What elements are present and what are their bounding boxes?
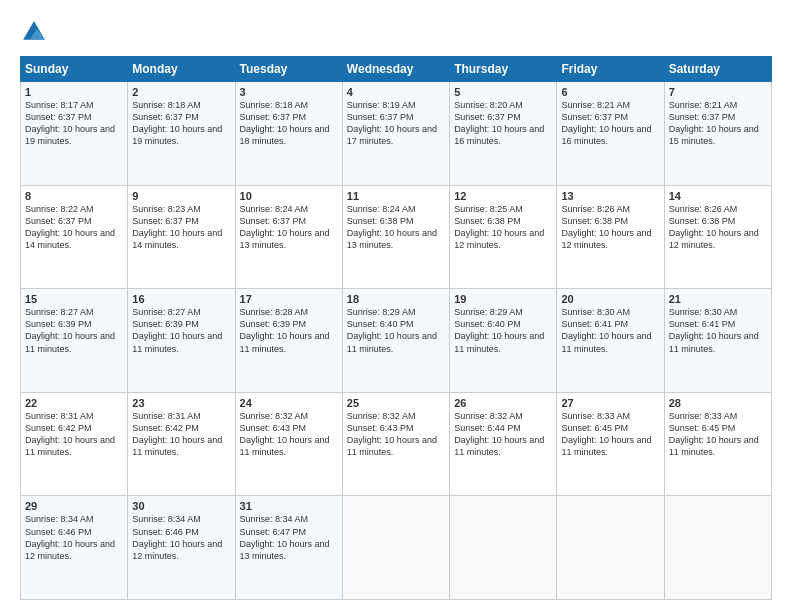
calendar-header-row: SundayMondayTuesdayWednesdayThursdayFrid…	[21, 57, 772, 82]
calendar-cell: 12Sunrise: 8:25 AMSunset: 6:38 PMDayligh…	[450, 185, 557, 289]
calendar-cell: 29Sunrise: 8:34 AMSunset: 6:46 PMDayligh…	[21, 496, 128, 600]
day-info: Sunrise: 8:30 AMSunset: 6:41 PMDaylight:…	[561, 307, 651, 353]
day-info: Sunrise: 8:34 AMSunset: 6:46 PMDaylight:…	[132, 514, 222, 560]
day-header: Thursday	[450, 57, 557, 82]
day-number: 1	[25, 86, 123, 98]
logo-icon	[20, 18, 48, 46]
day-number: 6	[561, 86, 659, 98]
day-number: 20	[561, 293, 659, 305]
calendar-cell: 18Sunrise: 8:29 AMSunset: 6:40 PMDayligh…	[342, 289, 449, 393]
day-info: Sunrise: 8:31 AMSunset: 6:42 PMDaylight:…	[25, 411, 115, 457]
day-info: Sunrise: 8:34 AMSunset: 6:47 PMDaylight:…	[240, 514, 330, 560]
day-number: 31	[240, 500, 338, 512]
day-header: Friday	[557, 57, 664, 82]
day-number: 5	[454, 86, 552, 98]
day-info: Sunrise: 8:17 AMSunset: 6:37 PMDaylight:…	[25, 100, 115, 146]
day-number: 27	[561, 397, 659, 409]
calendar-cell: 3Sunrise: 8:18 AMSunset: 6:37 PMDaylight…	[235, 82, 342, 186]
day-info: Sunrise: 8:18 AMSunset: 6:37 PMDaylight:…	[132, 100, 222, 146]
day-number: 17	[240, 293, 338, 305]
day-number: 11	[347, 190, 445, 202]
calendar-cell: 1Sunrise: 8:17 AMSunset: 6:37 PMDaylight…	[21, 82, 128, 186]
day-number: 14	[669, 190, 767, 202]
calendar-cell: 14Sunrise: 8:26 AMSunset: 6:38 PMDayligh…	[664, 185, 771, 289]
day-info: Sunrise: 8:25 AMSunset: 6:38 PMDaylight:…	[454, 204, 544, 250]
day-number: 28	[669, 397, 767, 409]
day-info: Sunrise: 8:22 AMSunset: 6:37 PMDaylight:…	[25, 204, 115, 250]
calendar-cell: 22Sunrise: 8:31 AMSunset: 6:42 PMDayligh…	[21, 392, 128, 496]
day-number: 18	[347, 293, 445, 305]
day-info: Sunrise: 8:18 AMSunset: 6:37 PMDaylight:…	[240, 100, 330, 146]
calendar-cell: 17Sunrise: 8:28 AMSunset: 6:39 PMDayligh…	[235, 289, 342, 393]
day-header: Monday	[128, 57, 235, 82]
day-number: 7	[669, 86, 767, 98]
header	[20, 18, 772, 46]
day-info: Sunrise: 8:29 AMSunset: 6:40 PMDaylight:…	[347, 307, 437, 353]
day-header: Saturday	[664, 57, 771, 82]
day-number: 8	[25, 190, 123, 202]
calendar-cell: 5Sunrise: 8:20 AMSunset: 6:37 PMDaylight…	[450, 82, 557, 186]
calendar-cell: 13Sunrise: 8:26 AMSunset: 6:38 PMDayligh…	[557, 185, 664, 289]
logo	[20, 18, 52, 46]
day-number: 26	[454, 397, 552, 409]
day-info: Sunrise: 8:21 AMSunset: 6:37 PMDaylight:…	[669, 100, 759, 146]
day-number: 25	[347, 397, 445, 409]
calendar-week-row: 8Sunrise: 8:22 AMSunset: 6:37 PMDaylight…	[21, 185, 772, 289]
day-number: 10	[240, 190, 338, 202]
calendar-cell	[664, 496, 771, 600]
day-number: 4	[347, 86, 445, 98]
calendar-cell: 2Sunrise: 8:18 AMSunset: 6:37 PMDaylight…	[128, 82, 235, 186]
day-info: Sunrise: 8:32 AMSunset: 6:43 PMDaylight:…	[347, 411, 437, 457]
day-info: Sunrise: 8:24 AMSunset: 6:37 PMDaylight:…	[240, 204, 330, 250]
calendar-cell: 19Sunrise: 8:29 AMSunset: 6:40 PMDayligh…	[450, 289, 557, 393]
day-info: Sunrise: 8:32 AMSunset: 6:43 PMDaylight:…	[240, 411, 330, 457]
calendar-cell: 8Sunrise: 8:22 AMSunset: 6:37 PMDaylight…	[21, 185, 128, 289]
calendar-cell: 30Sunrise: 8:34 AMSunset: 6:46 PMDayligh…	[128, 496, 235, 600]
day-number: 22	[25, 397, 123, 409]
calendar-cell: 16Sunrise: 8:27 AMSunset: 6:39 PMDayligh…	[128, 289, 235, 393]
day-number: 3	[240, 86, 338, 98]
calendar-cell: 6Sunrise: 8:21 AMSunset: 6:37 PMDaylight…	[557, 82, 664, 186]
day-number: 30	[132, 500, 230, 512]
calendar-cell: 27Sunrise: 8:33 AMSunset: 6:45 PMDayligh…	[557, 392, 664, 496]
day-number: 13	[561, 190, 659, 202]
day-info: Sunrise: 8:19 AMSunset: 6:37 PMDaylight:…	[347, 100, 437, 146]
day-info: Sunrise: 8:20 AMSunset: 6:37 PMDaylight:…	[454, 100, 544, 146]
calendar-week-row: 1Sunrise: 8:17 AMSunset: 6:37 PMDaylight…	[21, 82, 772, 186]
day-number: 12	[454, 190, 552, 202]
day-info: Sunrise: 8:26 AMSunset: 6:38 PMDaylight:…	[561, 204, 651, 250]
day-info: Sunrise: 8:27 AMSunset: 6:39 PMDaylight:…	[25, 307, 115, 353]
calendar-cell	[450, 496, 557, 600]
calendar-cell: 9Sunrise: 8:23 AMSunset: 6:37 PMDaylight…	[128, 185, 235, 289]
day-info: Sunrise: 8:34 AMSunset: 6:46 PMDaylight:…	[25, 514, 115, 560]
calendar-cell	[557, 496, 664, 600]
day-header: Sunday	[21, 57, 128, 82]
day-info: Sunrise: 8:27 AMSunset: 6:39 PMDaylight:…	[132, 307, 222, 353]
day-header: Tuesday	[235, 57, 342, 82]
calendar-cell	[342, 496, 449, 600]
day-number: 29	[25, 500, 123, 512]
calendar-cell: 24Sunrise: 8:32 AMSunset: 6:43 PMDayligh…	[235, 392, 342, 496]
calendar-cell: 4Sunrise: 8:19 AMSunset: 6:37 PMDaylight…	[342, 82, 449, 186]
calendar-week-row: 22Sunrise: 8:31 AMSunset: 6:42 PMDayligh…	[21, 392, 772, 496]
day-number: 2	[132, 86, 230, 98]
calendar-cell: 25Sunrise: 8:32 AMSunset: 6:43 PMDayligh…	[342, 392, 449, 496]
page: SundayMondayTuesdayWednesdayThursdayFrid…	[0, 0, 792, 612]
day-number: 21	[669, 293, 767, 305]
calendar-cell: 31Sunrise: 8:34 AMSunset: 6:47 PMDayligh…	[235, 496, 342, 600]
day-info: Sunrise: 8:33 AMSunset: 6:45 PMDaylight:…	[669, 411, 759, 457]
day-info: Sunrise: 8:33 AMSunset: 6:45 PMDaylight:…	[561, 411, 651, 457]
day-number: 24	[240, 397, 338, 409]
calendar-table: SundayMondayTuesdayWednesdayThursdayFrid…	[20, 56, 772, 600]
calendar-cell: 20Sunrise: 8:30 AMSunset: 6:41 PMDayligh…	[557, 289, 664, 393]
day-info: Sunrise: 8:31 AMSunset: 6:42 PMDaylight:…	[132, 411, 222, 457]
day-number: 16	[132, 293, 230, 305]
calendar-cell: 28Sunrise: 8:33 AMSunset: 6:45 PMDayligh…	[664, 392, 771, 496]
calendar-cell: 10Sunrise: 8:24 AMSunset: 6:37 PMDayligh…	[235, 185, 342, 289]
day-number: 23	[132, 397, 230, 409]
day-info: Sunrise: 8:24 AMSunset: 6:38 PMDaylight:…	[347, 204, 437, 250]
calendar-cell: 21Sunrise: 8:30 AMSunset: 6:41 PMDayligh…	[664, 289, 771, 393]
day-number: 9	[132, 190, 230, 202]
calendar-cell: 11Sunrise: 8:24 AMSunset: 6:38 PMDayligh…	[342, 185, 449, 289]
calendar-week-row: 15Sunrise: 8:27 AMSunset: 6:39 PMDayligh…	[21, 289, 772, 393]
